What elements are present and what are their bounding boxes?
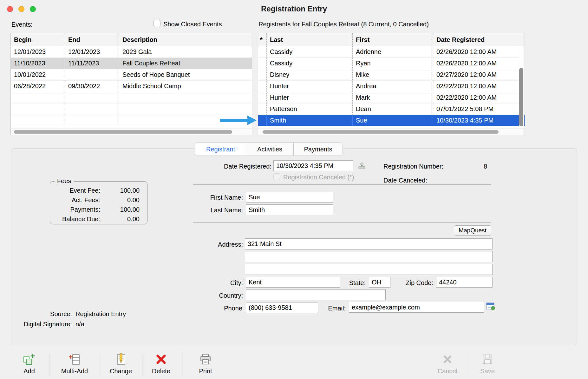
event-fee-label: Event Fee: — [53, 187, 100, 194]
event-begin: 10/01/2022 — [11, 69, 65, 80]
column-header-description[interactable]: Description — [119, 33, 252, 46]
registrant-row[interactable]: Cassidy Adrienne 02/26/2020 12:00 AM — [258, 46, 525, 58]
registrant-date: 02/27/2020 12:00 AM — [433, 69, 525, 80]
registrant-first: Adrienne — [353, 46, 433, 57]
cancel-button[interactable]: Cancel — [429, 352, 466, 378]
country-input[interactable] — [246, 289, 386, 300]
column-header-begin[interactable]: Begin — [11, 33, 65, 46]
fees-row: Balance Due: 0.00 — [53, 214, 147, 224]
event-row[interactable]: 12/01/2023 12/01/2023 2023 Gala — [11, 46, 252, 58]
state-input[interactable] — [369, 277, 390, 288]
registration-number-value: 8 — [463, 163, 487, 170]
registrant-first: Mike — [353, 69, 433, 80]
registrant-first: Dean — [353, 103, 433, 115]
change-icon — [114, 353, 127, 366]
toolbar-separator — [142, 354, 142, 376]
event-row-selected[interactable]: 11/10/2023 11/11/2023 Fall Couples Retre… — [11, 58, 252, 69]
tab-activities[interactable]: Activities — [246, 143, 294, 156]
column-header-first[interactable]: First — [353, 33, 433, 46]
mapquest-button[interactable]: MapQuest — [454, 225, 491, 236]
registrant-date: 02/26/2020 12:00 AM — [433, 46, 525, 57]
show-closed-events-checkbox[interactable] — [154, 20, 160, 27]
date-registered-input[interactable] — [273, 160, 353, 171]
event-row[interactable]: 06/28/2022 09/30/2022 Middle School Camp — [11, 81, 252, 92]
registrant-date: 07/01/2022 5:08 PM — [433, 103, 525, 115]
registration-entry-window: Registration Entry Events: Show Closed E… — [0, 0, 588, 379]
fees-legend: Fees — [55, 177, 74, 185]
registrant-last: Hunter — [267, 81, 353, 92]
events-hscrollbar[interactable] — [11, 129, 252, 135]
fees-row: Act. Fees: 0.00 — [53, 195, 147, 205]
registrants-vscrollbar[interactable] — [519, 47, 524, 128]
registrant-row-selected[interactable]: Smith Sue 10/30/2023 4:35 PM — [258, 115, 525, 126]
first-name-label: First Name: — [174, 194, 243, 201]
registrants-hscrollbar-thumb[interactable] — [263, 130, 499, 134]
registrants-vscrollbar-thumb[interactable] — [519, 68, 523, 126]
registrants-title: Registrants for Fall Couples Retreat (8 … — [258, 21, 429, 28]
registrants-table: * Last First Date Registered Cassidy Adr… — [258, 33, 525, 135]
event-row-empty — [11, 92, 252, 103]
registrant-row[interactable]: Disney Mike 02/27/2020 12:00 AM — [258, 69, 525, 81]
city-input[interactable] — [246, 277, 340, 288]
column-header-star[interactable]: * — [258, 33, 267, 46]
delete-button[interactable]: Delete — [143, 352, 179, 378]
zip-code-input[interactable] — [436, 277, 493, 288]
events-hscrollbar-thumb[interactable] — [14, 130, 232, 134]
registration-number-label: Registration Number: — [383, 163, 443, 170]
event-begin: 12/01/2023 — [11, 46, 65, 57]
event-description: Seeds of Hope Banquet — [119, 69, 252, 80]
registrant-first: Mark — [353, 92, 433, 103]
event-row[interactable]: 10/01/2022 Seeds of Hope Banquet — [11, 69, 252, 81]
registrant-last: Disney — [267, 69, 353, 80]
payments-value: 100.00 — [105, 206, 140, 213]
toolbar-separator — [427, 354, 427, 376]
last-name-input[interactable] — [246, 204, 333, 215]
separator — [193, 222, 491, 223]
address-line1-input[interactable] — [245, 238, 493, 249]
add-button[interactable]: Add — [10, 352, 49, 378]
column-header-last[interactable]: Last — [267, 33, 353, 46]
address-line3-input[interactable] — [245, 264, 493, 275]
email-icon[interactable] — [486, 303, 495, 311]
save-button[interactable]: Save — [469, 352, 506, 378]
registrant-row[interactable]: Hunter Mark 02/22/2020 12:00 AM — [258, 92, 525, 103]
multi-add-button-label: Multi-Add — [61, 368, 88, 375]
separator — [193, 184, 491, 185]
address-line2-input[interactable] — [245, 251, 493, 262]
event-end: 12/01/2023 — [65, 46, 119, 57]
tab-registrant[interactable]: Registrant — [195, 143, 246, 156]
email-input[interactable] — [349, 302, 484, 313]
tab-payments[interactable]: Payments — [294, 143, 343, 156]
toolbar-divider — [182, 352, 182, 377]
multi-add-button[interactable]: Multi-Add — [51, 352, 98, 378]
registrant-date: 10/30/2023 4:35 PM — [433, 115, 525, 126]
events-table: Begin End Description 12/01/2023 12/01/2… — [10, 33, 252, 135]
add-icon — [23, 353, 36, 366]
event-description: Middle School Camp — [119, 81, 252, 92]
print-button[interactable]: Print — [187, 352, 224, 378]
add-button-label: Add — [23, 368, 35, 375]
column-header-end[interactable]: End — [65, 33, 119, 46]
act-fees-value: 0.00 — [105, 196, 140, 204]
toolbar-separator — [100, 354, 100, 376]
date-stamp-icon[interactable] — [358, 162, 366, 170]
registration-canceled-checkbox — [273, 173, 280, 180]
registrant-row[interactable]: Patterson Dean 07/01/2022 5:08 PM — [258, 103, 525, 115]
registration-canceled-label: Registration Canceled (*) — [283, 174, 354, 181]
balance-due-value: 0.00 — [105, 216, 140, 223]
event-description: Fall Couples Retreat — [119, 58, 252, 69]
event-end — [65, 69, 119, 80]
source-value: Registration Entry — [75, 310, 126, 318]
phone-input[interactable] — [246, 302, 318, 313]
events-table-header: Begin End Description — [11, 33, 252, 46]
registrant-row[interactable]: Hunter Andrea 02/22/2020 12:00 AM — [258, 81, 525, 92]
last-name-label: Last Name: — [174, 207, 243, 214]
toolbar-separator — [49, 354, 50, 376]
registrants-hscrollbar[interactable] — [258, 129, 525, 135]
column-header-date-registered[interactable]: Date Registered — [433, 33, 525, 46]
registrant-row[interactable]: Cassidy Ryan 02/26/2020 12:00 AM — [258, 58, 525, 69]
print-icon — [199, 353, 212, 366]
delete-button-label: Delete — [152, 368, 170, 375]
change-button[interactable]: Change — [101, 352, 141, 378]
first-name-input[interactable] — [246, 192, 333, 203]
